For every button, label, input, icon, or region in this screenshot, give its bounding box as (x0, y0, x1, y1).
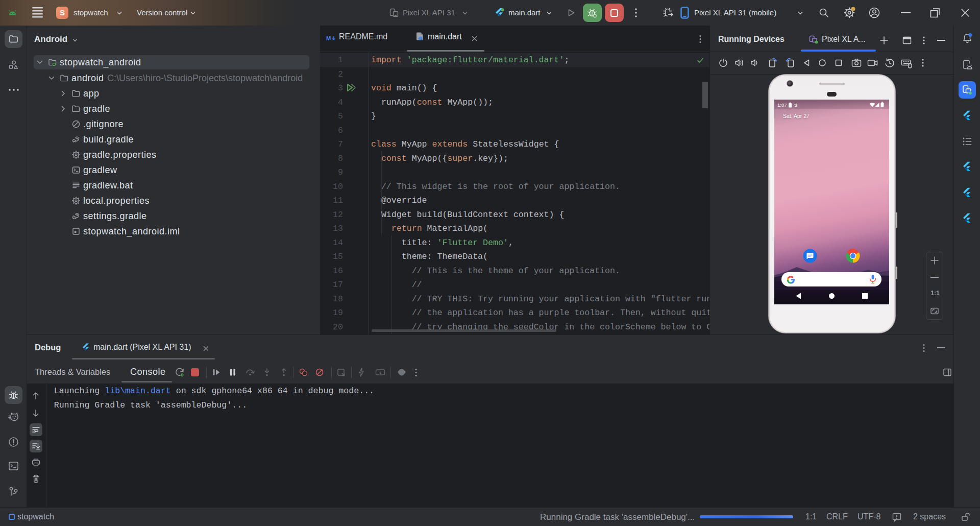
svg-text:S: S (794, 102, 797, 108)
svg-text:M: M (326, 35, 331, 41)
